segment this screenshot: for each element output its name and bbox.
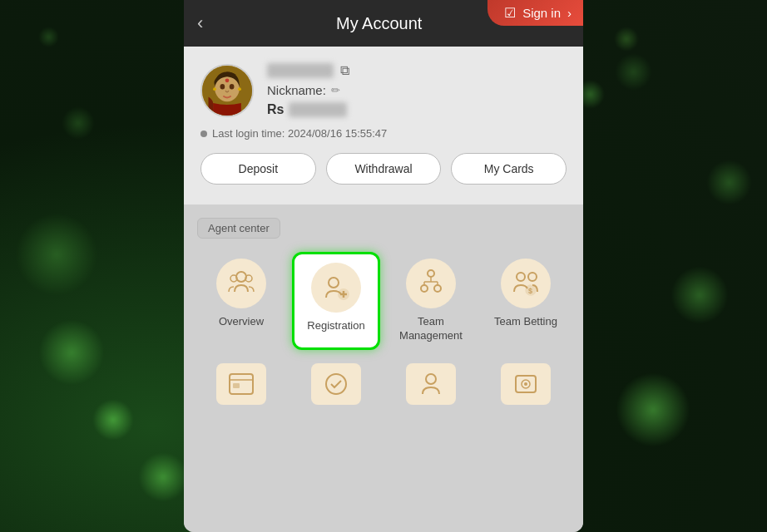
menu-item-registration[interactable]: Registration: [292, 252, 380, 350]
user-id-blur: [267, 63, 334, 78]
nickname-label: Nickname:: [267, 83, 326, 97]
currency-symbol: Rs: [267, 102, 284, 117]
status-dot: [200, 131, 207, 137]
bottom-icon-2: [311, 363, 361, 405]
svg-point-14: [428, 270, 434, 277]
action-buttons: Deposit Withdrawal My Cards: [200, 153, 567, 185]
registration-label: Registration: [307, 319, 364, 333]
bottom-item-1[interactable]: [197, 357, 285, 411]
user-row: ⧉ Nickname: ✏ Rs: [200, 63, 567, 117]
svg-point-10: [329, 278, 339, 288]
main-panel: ‹ My Account ☑ Sign in ›: [184, 0, 583, 532]
bottom-icon-4: [501, 363, 551, 405]
menu-item-overview[interactable]: Overview: [197, 252, 285, 350]
bottom-item-2[interactable]: [292, 357, 380, 411]
registration-icon-circle: [311, 263, 361, 313]
svg-point-4: [225, 78, 230, 82]
menu-item-team-betting[interactable]: $ Team Betting: [482, 252, 570, 350]
agent-center-label: Agent center: [197, 218, 280, 239]
svg-point-3: [230, 84, 235, 90]
account-card: ⧉ Nickname: ✏ Rs Last login time: 2024/0…: [184, 47, 583, 204]
svg-text:$: $: [528, 287, 532, 295]
svg-point-19: [421, 285, 428, 292]
svg-point-22: [528, 273, 537, 281]
signin-label: Sign in: [522, 6, 561, 20]
svg-point-7: [236, 272, 246, 282]
bottom-item-3[interactable]: [387, 357, 475, 411]
svg-point-6: [238, 87, 241, 91]
copy-icon[interactable]: ⧉: [340, 63, 349, 78]
bottom-item-4[interactable]: [482, 357, 570, 411]
withdrawal-button[interactable]: Withdrawal: [326, 153, 442, 185]
balance-blur: [289, 102, 347, 117]
user-id-row: ⧉: [267, 63, 567, 78]
overview-icon-circle: [216, 259, 266, 308]
nickname-row: Nickname: ✏: [267, 83, 567, 97]
header: ‹ My Account ☑ Sign in ›: [184, 0, 583, 47]
my-cards-button[interactable]: My Cards: [451, 153, 567, 185]
back-button[interactable]: ‹: [197, 12, 203, 34]
team-management-label: Team Management: [390, 315, 472, 343]
user-info: ⧉ Nickname: ✏ Rs: [267, 63, 567, 117]
team-management-icon-circle: [406, 259, 456, 308]
svg-rect-27: [233, 383, 240, 388]
team-betting-label: Team Betting: [494, 315, 557, 329]
edit-icon[interactable]: ✏: [331, 84, 340, 96]
svg-point-32: [524, 382, 527, 386]
signin-icon: ☑: [504, 5, 516, 21]
svg-point-2: [220, 84, 225, 90]
bottom-icon-3: [406, 363, 456, 405]
bottom-icon-1: [216, 363, 266, 405]
last-login: Last login time: 2024/08/16 15:55:47: [200, 127, 567, 140]
signin-arrow: ›: [567, 6, 572, 20]
menu-grid: Overview Registration: [197, 252, 570, 350]
signin-button[interactable]: ☑ Sign in ›: [487, 0, 583, 26]
svg-point-20: [434, 285, 441, 292]
avatar: [200, 64, 254, 117]
balance-row: Rs: [267, 102, 567, 117]
bottom-menu-row: [197, 357, 570, 411]
agent-section: Agent center Overview: [184, 204, 583, 532]
team-betting-icon-circle: $: [501, 259, 551, 308]
last-login-text: Last login time: 2024/08/16 15:55:47: [212, 127, 387, 140]
svg-point-21: [517, 273, 525, 281]
svg-point-29: [426, 374, 436, 384]
deposit-button[interactable]: Deposit: [200, 153, 316, 185]
svg-point-5: [213, 87, 216, 91]
menu-item-team-management[interactable]: Team Management: [387, 252, 475, 350]
svg-point-28: [326, 374, 346, 394]
overview-label: Overview: [219, 315, 264, 329]
